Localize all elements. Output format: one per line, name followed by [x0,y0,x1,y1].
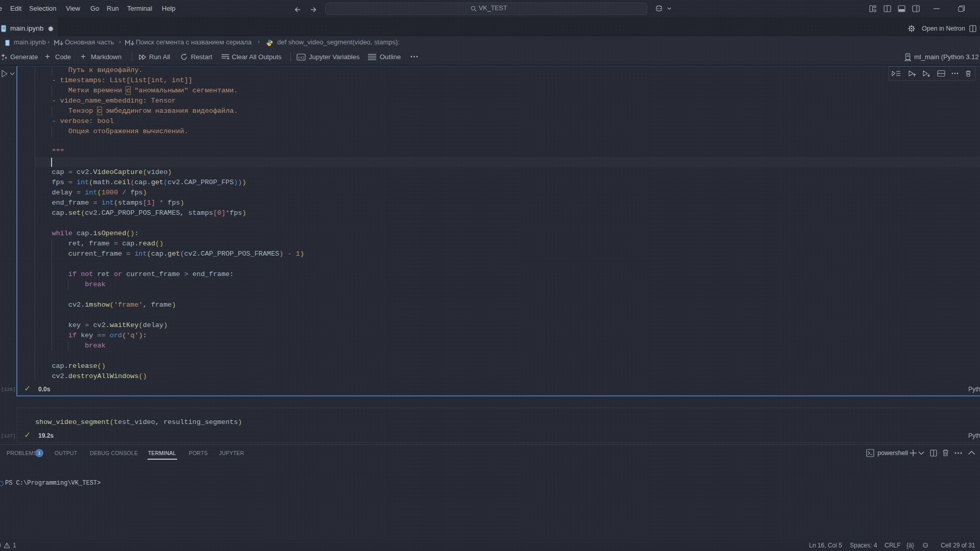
svg-text:(x): (x) [298,56,305,60]
